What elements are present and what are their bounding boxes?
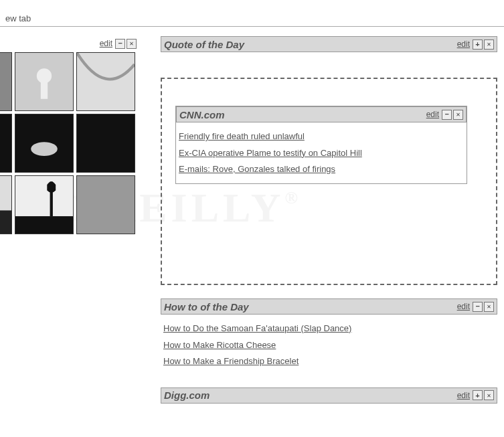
close-icon[interactable]: ✕ (127, 39, 137, 49)
howto-link[interactable]: How to Make Ricotta Cheese (163, 339, 495, 352)
svg-rect-0 (0, 53, 11, 110)
howto-widget-header: How to of the Day edit − ✕ (161, 298, 497, 315)
edit-link[interactable]: edit (100, 39, 112, 48)
thumbnail[interactable] (0, 114, 12, 173)
thumbnail[interactable] (15, 175, 74, 234)
collapse-icon[interactable]: − (115, 39, 125, 49)
cnn-widget-header[interactable]: CNN.com edit − ✕ (176, 106, 467, 122)
svg-rect-10 (0, 211, 11, 234)
widget-title: Quote of the Day (164, 39, 457, 50)
thumbnail[interactable] (0, 175, 12, 234)
tab-bar: ew tab (0, 0, 504, 27)
svg-point-7 (31, 142, 58, 156)
edit-link[interactable]: edit (457, 391, 470, 400)
svg-rect-9 (0, 176, 11, 211)
svg-rect-12 (15, 216, 73, 234)
widget-title: CNN.com (179, 109, 426, 120)
widget-title: Digg.com (164, 389, 457, 401)
svg-rect-5 (0, 114, 11, 172)
svg-rect-8 (77, 114, 135, 172)
collapse-icon[interactable]: − (473, 302, 483, 312)
thumbnail[interactable] (15, 52, 74, 111)
news-link[interactable]: Ex-CIA operative Plame to testify on Cap… (179, 147, 464, 160)
cnn-widget[interactable]: CNN.com edit − ✕ Friendly fire death rul… (175, 106, 467, 184)
left-column: edit − ✕ xt > (0, 27, 141, 247)
thumbnail[interactable] (76, 175, 135, 234)
widget-title: How to of the Day (164, 301, 457, 313)
digg-widget-header: Digg.com edit + ✕ (161, 387, 497, 404)
drop-zone[interactable]: CNN.com edit − ✕ Friendly fire death rul… (161, 78, 497, 285)
edit-link[interactable]: edit (457, 39, 470, 49)
howto-link[interactable]: How to Do the Samoan Fa'ataupati (Slap D… (163, 322, 495, 335)
howto-widget-body: How to Do the Samoan Fa'ataupati (Slap D… (161, 315, 497, 375)
svg-rect-4 (77, 53, 135, 110)
close-icon[interactable]: ✕ (484, 39, 494, 50)
quote-widget-header: Quote of the Day edit + ✕ (161, 36, 497, 52)
expand-icon[interactable]: + (473, 39, 483, 50)
cnn-widget-body: Friendly fire death ruled unlawful Ex-CI… (176, 122, 467, 183)
tab-label[interactable]: ew tab (0, 11, 36, 26)
howto-link[interactable]: How to Make a Friendship Bracelet (163, 355, 495, 368)
news-link[interactable]: Friendly fire death ruled unlawful (179, 130, 464, 143)
collapse-icon[interactable]: − (442, 110, 452, 120)
thumbnail[interactable] (0, 52, 12, 111)
edit-link[interactable]: edit (426, 110, 439, 119)
thumbnail-grid (0, 52, 141, 234)
news-link[interactable]: E-mails: Rove, Gonzales talked of firing… (179, 163, 464, 176)
thumbnail[interactable] (15, 114, 74, 173)
content-area: O'REILLY® edit − ✕ xt > Quote of the D (0, 27, 504, 437)
close-icon[interactable]: ✕ (484, 390, 494, 400)
svg-rect-11 (15, 176, 73, 216)
close-icon[interactable]: ✕ (484, 302, 494, 312)
flickr-widget-header: edit − ✕ (0, 36, 141, 51)
svg-point-2 (37, 68, 52, 83)
close-icon[interactable]: ✕ (453, 110, 463, 120)
svg-rect-3 (41, 82, 48, 99)
edit-link[interactable]: edit (457, 302, 470, 311)
expand-icon[interactable]: + (473, 390, 483, 400)
howto-widget: How to of the Day edit − ✕ How to Do the… (161, 298, 497, 375)
right-column: Quote of the Day edit + ✕ CNN.com edit −… (161, 27, 497, 404)
thumbnail[interactable] (76, 52, 135, 111)
svg-rect-14 (77, 176, 135, 234)
thumbnail[interactable] (76, 114, 135, 173)
